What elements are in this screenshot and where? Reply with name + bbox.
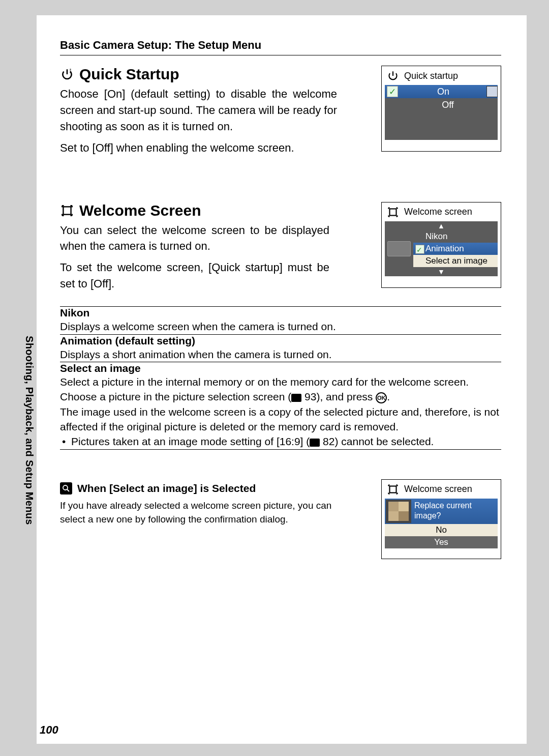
svg-rect-1	[390, 209, 396, 215]
page-ref-icon	[291, 394, 301, 402]
manual-page: Basic Camera Setup: The Setup Menu Shoot…	[37, 15, 527, 744]
text: 93), and press	[301, 391, 376, 402]
question-text: Replace current image?	[412, 499, 498, 524]
para: Set to [Off] when enabling the welcome s…	[60, 140, 337, 156]
up-arrow-icon[interactable]: ▲	[385, 221, 498, 230]
svg-rect-0	[63, 207, 71, 214]
info-icon	[60, 482, 72, 495]
scroll-indicator	[486, 86, 498, 97]
divider	[60, 55, 501, 55]
option-select-image-body: Select a picture in the internal memory …	[60, 374, 501, 449]
menu-item-label: On	[400, 86, 486, 97]
lcd-title-text: Welcome screen	[404, 484, 472, 495]
note-title-text: When [Select an image] is Selected	[77, 482, 256, 495]
lcd-title: Quick startup	[382, 66, 501, 85]
breadcrumb: Basic Camera Setup: The Setup Menu	[60, 39, 501, 52]
option-nikon-body: Displays a welcome screen when the camer…	[60, 319, 501, 334]
text: Select a picture in the internal memory …	[60, 376, 469, 402]
note-block: When [Select an image] is Selected If yo…	[60, 482, 501, 527]
welcome-options-table: Nikon Displays a welcome screen when the…	[60, 306, 501, 450]
svg-rect-3	[390, 486, 396, 492]
down-arrow-icon[interactable]: ▼	[385, 267, 498, 276]
menu-item-nikon[interactable]: Nikon	[413, 230, 498, 243]
thumbnail-preview	[386, 500, 411, 523]
thumbnail-preview	[385, 230, 413, 267]
lcd-title: Welcome screen	[382, 480, 501, 499]
lcd-title-text: Welcome screen	[404, 207, 472, 217]
bullet-item: Pictures taken at an image mode setting …	[60, 434, 501, 449]
lcd-screen: ✓ On Off	[385, 85, 498, 140]
text: Pictures taken at an image mode setting …	[71, 435, 310, 447]
note-text: If you have already selected a welcome s…	[60, 499, 334, 527]
page-ref-icon	[310, 439, 320, 447]
para: You can select the welcome screen to be …	[60, 222, 329, 255]
question-row: Replace current image?	[385, 499, 498, 524]
welcome-icon	[386, 482, 400, 497]
menu-item-off[interactable]: Off	[385, 98, 498, 111]
lcd-screen: Replace current image? No Yes	[385, 499, 498, 548]
lcd-welcome-screen: Welcome screen ▲ Nikon Animation Select …	[381, 202, 501, 288]
lcd-quick-startup: Quick startup ✓ On Off	[381, 66, 501, 152]
heading-text: Quick Startup	[79, 66, 179, 83]
power-icon	[386, 69, 400, 83]
lcd-title-text: Quick startup	[404, 71, 458, 81]
text: The image used in the welcome screen is …	[60, 406, 499, 432]
dialog-option-yes[interactable]: Yes	[385, 536, 498, 548]
check-icon: ✓	[387, 86, 398, 97]
ok-button-icon: OK	[376, 392, 387, 403]
page-number: 100	[40, 723, 58, 737]
menu-item-label: Off	[398, 100, 498, 110]
para: Choose [On] (default setting) to disable…	[60, 86, 337, 135]
menu-item-on[interactable]: ✓ On	[385, 85, 498, 98]
dialog-option-no[interactable]: No	[385, 524, 498, 536]
lcd-title: Welcome screen	[382, 202, 501, 221]
lcd-screen: ▲ Nikon Animation Select an image ▼	[385, 221, 498, 276]
lcd-replace-image: Welcome screen Replace current image? No…	[381, 479, 501, 559]
section-welcome-screen: Welcome Screen You can select the welcom…	[60, 202, 501, 527]
option-animation-body: Displays a short animation when the came…	[60, 347, 501, 362]
option-select-image-head: Select an image	[60, 362, 501, 374]
welcome-icon	[386, 205, 400, 219]
option-nikon-head: Nikon	[60, 307, 501, 319]
power-icon	[60, 67, 74, 81]
side-tab-label: Shooting, Playback, and Setup Menus	[23, 336, 35, 525]
welcome-icon	[60, 203, 74, 218]
text: 82) cannot be selected.	[320, 435, 434, 447]
menu-item-animation[interactable]: Animation	[413, 243, 498, 255]
text: .	[387, 391, 390, 402]
menu-item-select-image[interactable]: Select an image	[413, 255, 498, 267]
para: To set the welcome screen, [Quick startu…	[60, 259, 329, 292]
section-quick-startup: Quick Startup Choose [On] (default setti…	[60, 66, 501, 156]
heading-text: Welcome Screen	[79, 202, 201, 219]
option-animation-head: Animation (default setting)	[60, 334, 501, 347]
